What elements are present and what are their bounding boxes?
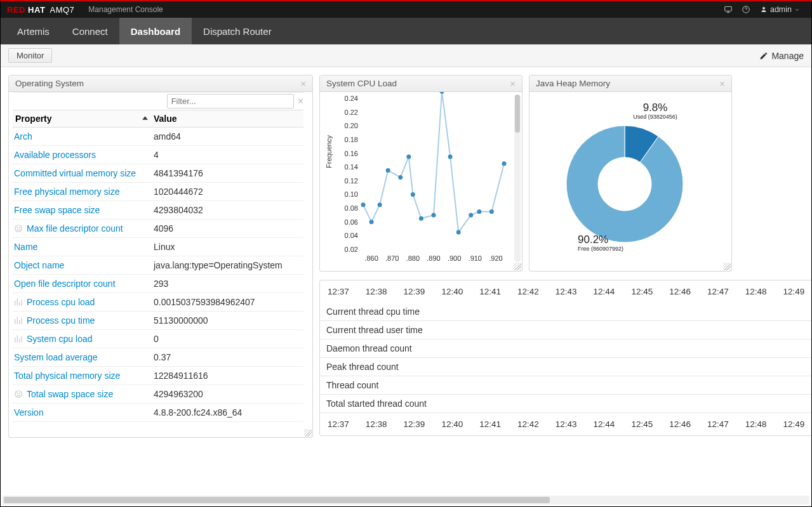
property-link[interactable]: Max file descriptor count <box>27 223 123 234</box>
manage-label: Manage <box>771 51 804 61</box>
panel-title: Operating System <box>15 79 84 88</box>
clear-filter-icon[interactable]: × <box>298 96 303 107</box>
monitor-icon[interactable] <box>719 1 737 18</box>
table-row: NameLinux <box>13 238 303 256</box>
table-row: Open file descriptor count293 <box>13 275 303 293</box>
svg-point-42 <box>489 209 494 214</box>
panel-threads: 12:3712:3812:3912:4012:4112:4212:4312:44… <box>319 280 812 436</box>
property-link[interactable]: Available processors <box>14 150 96 160</box>
cpu-line-chart: 0.020.040.060.080.100.120.140.160.180.20… <box>320 92 510 263</box>
col-property[interactable]: Property <box>13 110 151 127</box>
nav-tab-dispatch[interactable]: Dispatch Router <box>192 18 283 44</box>
svg-text:Used (93820456): Used (93820456) <box>633 114 677 120</box>
thread-row: Peak thread count <box>320 358 812 376</box>
property-link[interactable]: Free swap space size <box>14 205 100 215</box>
time-label: 12:42 <box>517 419 539 429</box>
bar-chart-icon <box>14 334 23 343</box>
table-row: Object namejava.lang:type=OperatingSyste… <box>13 256 303 275</box>
property-link[interactable]: Total physical memory size <box>14 371 120 381</box>
time-label: 12:49 <box>783 287 805 296</box>
sort-asc-icon[interactable] <box>142 114 149 124</box>
property-link[interactable]: Total swap space size <box>27 389 113 399</box>
property-value: amd64 <box>151 128 303 145</box>
property-link[interactable]: Name <box>14 242 37 252</box>
svg-point-30 <box>378 202 382 207</box>
svg-text:0.16: 0.16 <box>345 150 358 157</box>
svg-point-34 <box>411 192 415 197</box>
resize-handle[interactable] <box>514 263 521 270</box>
user-icon <box>760 6 768 13</box>
property-link[interactable]: System load average <box>14 352 98 362</box>
nav-tab-dashboard[interactable]: Dashboard <box>119 18 192 44</box>
table-row: Max file descriptor count4096 <box>13 220 303 238</box>
resize-handle[interactable] <box>304 429 312 437</box>
time-label: 12:37 <box>328 419 349 429</box>
time-label: 12:38 <box>366 287 387 296</box>
face-icon <box>14 390 23 398</box>
svg-text:0.06: 0.06 <box>345 218 358 226</box>
property-link[interactable]: Process cpu load <box>27 297 95 307</box>
property-link[interactable]: Process cpu time <box>27 315 95 326</box>
table-row: System cpu load0 <box>13 330 303 348</box>
edit-icon <box>759 51 768 60</box>
svg-text:0.04: 0.04 <box>345 232 358 239</box>
property-value: Linux <box>151 238 303 256</box>
top-bar: RED HAT AMQ7 Management Console admin <box>1 1 811 18</box>
property-link[interactable]: System cpu load <box>27 334 93 344</box>
horizontal-scrollbar[interactable] <box>3 496 809 504</box>
close-icon[interactable]: × <box>719 79 725 88</box>
thread-row: Current thread cpu time <box>320 303 812 321</box>
svg-text:0.22: 0.22 <box>345 109 358 116</box>
close-icon[interactable]: × <box>300 79 306 88</box>
svg-point-3 <box>17 227 18 228</box>
manage-button[interactable]: Manage <box>759 51 804 61</box>
svg-point-6 <box>17 393 18 393</box>
property-link[interactable]: Version <box>14 407 44 418</box>
user-menu[interactable]: admin <box>755 5 805 14</box>
property-value: java.lang:type=OperatingSystem <box>151 256 303 274</box>
property-value: 51130000000 <box>151 312 303 329</box>
property-link[interactable]: Object name <box>14 260 64 270</box>
svg-text:.870: .870 <box>385 254 399 262</box>
thread-row: Total started thread count <box>320 395 812 413</box>
property-link[interactable]: Free physical memory size <box>14 187 120 197</box>
filter-input[interactable] <box>167 94 294 109</box>
time-label: 12:46 <box>669 287 691 296</box>
property-value: 0 <box>151 330 303 348</box>
main-nav: Artemis Connect Dashboard Dispatch Route… <box>1 18 811 44</box>
brand-logo: RED HAT AMQ7 <box>7 5 74 15</box>
svg-text:0.14: 0.14 <box>345 163 358 171</box>
property-link[interactable]: Committed virtual memory size <box>14 168 136 178</box>
nav-tab-artemis[interactable]: Artemis <box>6 18 61 44</box>
table-row: Free physical memory size1020444672 <box>13 183 303 201</box>
property-value: 4294963200 <box>151 385 303 403</box>
col-value[interactable]: Value <box>151 110 303 127</box>
thread-row: Current thread user time <box>320 321 812 339</box>
svg-rect-0 <box>725 6 732 11</box>
time-header-bottom: 12:3712:3812:3912:4012:4112:4212:4312:44… <box>320 413 812 435</box>
thread-row: Daemon thread count <box>320 339 812 358</box>
close-icon[interactable]: × <box>510 79 516 88</box>
svg-text:0.24: 0.24 <box>345 95 358 102</box>
svg-text:.860: .860 <box>364 254 378 262</box>
time-label: 12:44 <box>594 287 615 296</box>
col-property-label: Property <box>15 114 52 124</box>
svg-text:0.08: 0.08 <box>345 204 358 212</box>
time-label: 12:38 <box>366 419 387 429</box>
time-label: 12:47 <box>707 419 729 429</box>
property-link[interactable]: Open file descriptor count <box>14 279 116 289</box>
subtab-monitor[interactable]: Monitor <box>8 48 52 63</box>
panel-operating-system: Operating System× × Property Value Archa… <box>8 75 313 438</box>
resize-handle[interactable] <box>723 263 731 270</box>
property-link[interactable]: Arch <box>14 131 32 142</box>
scrollbar[interactable] <box>514 95 521 262</box>
svg-point-29 <box>369 220 374 224</box>
help-icon[interactable] <box>737 1 755 18</box>
time-label: 12:45 <box>631 287 653 296</box>
face-icon <box>14 224 23 233</box>
svg-text:0.02: 0.02 <box>345 246 358 253</box>
table-row: Version4.8.8-200.fc24.x86_64 <box>13 404 303 422</box>
nav-tab-connect[interactable]: Connect <box>61 18 119 44</box>
panel-cpu-load: System CPU Load× 0.020.040.060.080.100.1… <box>319 75 522 272</box>
property-value: 293 <box>151 275 303 293</box>
